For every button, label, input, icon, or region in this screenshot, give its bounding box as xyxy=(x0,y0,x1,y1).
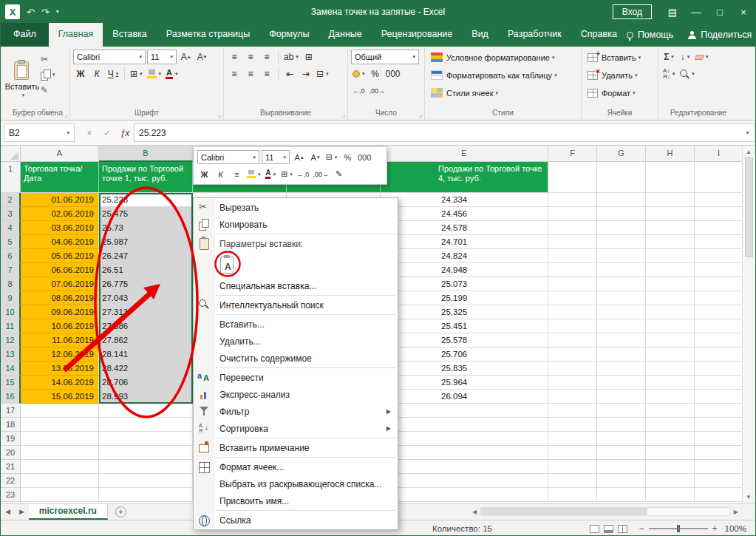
cell-E16[interactable]: 26.094 xyxy=(381,390,548,404)
cell-A11[interactable]: 10.06.2019 xyxy=(21,319,99,333)
cell-F6[interactable] xyxy=(548,249,597,263)
cell-G18[interactable] xyxy=(597,418,646,432)
cell-E21[interactable] xyxy=(381,460,548,474)
merge-center-button[interactable]: ⊟▾ xyxy=(315,67,330,81)
row-header-14[interactable]: 14 xyxy=(1,362,21,376)
add-sheet-button[interactable]: + xyxy=(115,503,126,520)
cell-E2[interactable]: 24.334 xyxy=(381,193,548,207)
cell-I14[interactable] xyxy=(695,362,743,376)
menu-item-delete-cells[interactable]: Удалить... xyxy=(194,333,398,350)
cell-H23[interactable] xyxy=(646,488,695,502)
cell-G17[interactable] xyxy=(597,404,646,418)
cell-F2[interactable] xyxy=(548,193,597,207)
row-header-15[interactable]: 15 xyxy=(1,376,21,390)
cell-A3[interactable]: 02.06.2019 xyxy=(21,207,99,221)
cell-G12[interactable] xyxy=(597,333,646,347)
cell-I13[interactable] xyxy=(695,347,743,362)
tab-Данные[interactable]: Данные xyxy=(319,23,372,47)
cell-styles-button[interactable]: Стили ячеек▾ xyxy=(428,85,578,101)
row-header-3[interactable]: 3 xyxy=(1,207,21,221)
dialog-launcher-icon[interactable]: ⌟ xyxy=(342,112,345,118)
cell-I7[interactable] xyxy=(695,263,743,277)
column-header-B[interactable]: B xyxy=(99,146,193,162)
select-all-corner[interactable] xyxy=(1,146,21,162)
cell-E10[interactable]: 25.325 xyxy=(381,305,548,319)
cancel-icon[interactable]: × xyxy=(81,123,98,142)
cell-I12[interactable] xyxy=(695,333,743,347)
cell-A15[interactable]: 14.06.2019 xyxy=(21,376,99,390)
cell-E14[interactable]: 25.835 xyxy=(381,362,548,376)
row-header-21[interactable]: 21 xyxy=(1,460,21,474)
autosum-button[interactable]: Σ▾ xyxy=(661,50,676,64)
row-header-17[interactable]: 17 xyxy=(1,404,21,418)
mini-font-size-select[interactable]: 11▾ xyxy=(262,150,290,164)
cell-G13[interactable] xyxy=(597,347,646,362)
menu-item-translate[interactable]: Перевести xyxy=(194,369,398,386)
cell-F16[interactable] xyxy=(548,390,597,404)
vscroll-thumb[interactable] xyxy=(745,157,753,257)
minimize-button[interactable]: — xyxy=(684,1,708,23)
cell-H1[interactable] xyxy=(646,162,695,193)
cell-G5[interactable] xyxy=(597,235,646,249)
cell-B3[interactable]: 25.475 xyxy=(99,207,193,221)
cell-B15[interactable]: 28.706 xyxy=(99,376,193,390)
row-header-13[interactable]: 13 xyxy=(1,347,21,362)
cell-I2[interactable] xyxy=(695,193,743,207)
scroll-up-icon[interactable]: ▲ xyxy=(743,146,755,157)
cell-E18[interactable] xyxy=(381,418,548,432)
excel-app-icon[interactable]: X xyxy=(5,4,20,19)
redo-icon[interactable]: ↷ xyxy=(41,7,50,17)
cell-B7[interactable]: 26.51 xyxy=(99,263,193,277)
cell-I4[interactable] xyxy=(695,221,743,235)
cell-H11[interactable] xyxy=(646,319,695,333)
row-header-7[interactable]: 7 xyxy=(1,263,21,277)
paste-values-icon[interactable]: А xyxy=(219,255,236,275)
tab-Справка[interactable]: Справка xyxy=(571,23,627,47)
format-as-table-button[interactable]: Форматировать как таблицу▾ xyxy=(428,67,578,83)
column-header-F[interactable]: F xyxy=(548,146,597,162)
mini-bold-button[interactable]: Ж xyxy=(197,167,211,181)
cell-H7[interactable] xyxy=(646,263,695,277)
cell-A10[interactable]: 09.06.2019 xyxy=(21,305,99,319)
cell-G3[interactable] xyxy=(597,207,646,221)
row-header-18[interactable]: 18 xyxy=(1,418,21,432)
cell-I8[interactable] xyxy=(695,277,743,291)
align-left-button[interactable]: ≡ xyxy=(227,67,242,81)
insert-cells-button[interactable]: Вставить▾ xyxy=(585,50,655,65)
cell-G14[interactable] xyxy=(597,362,646,376)
mini-thousands-button[interactable]: 000 xyxy=(357,150,372,164)
cell-B14[interactable]: 28.422 xyxy=(99,362,193,376)
mini-align-button[interactable]: ≡ xyxy=(230,167,244,181)
font-name-select[interactable]: Calibri▾ xyxy=(73,50,146,64)
currency-button[interactable]: ▾ xyxy=(351,67,367,81)
tab-Разметка страницы[interactable]: Разметка страницы xyxy=(157,23,259,47)
cell-H5[interactable] xyxy=(646,235,695,249)
cell-I18[interactable] xyxy=(695,418,743,432)
cell-H14[interactable] xyxy=(646,362,695,376)
cell-E15[interactable]: 25.964 xyxy=(381,376,548,390)
horizontal-scrollbar[interactable]: ◀ ▶ xyxy=(469,503,755,520)
dialog-launcher-icon[interactable]: ⌟ xyxy=(64,112,67,118)
align-right-button[interactable]: ≡ xyxy=(259,67,274,81)
fill-button[interactable]: ↓▾ xyxy=(678,50,692,64)
cell-H9[interactable] xyxy=(646,291,695,305)
cell-I19[interactable] xyxy=(695,432,743,446)
vertical-scrollbar[interactable]: ▲ ▼ xyxy=(742,146,755,503)
menu-item-paste-special[interactable]: Специальная вставка... xyxy=(194,277,398,294)
cell-A13[interactable]: 12.06.2019 xyxy=(21,347,99,362)
cell-H17[interactable] xyxy=(646,404,695,418)
cell-G20[interactable] xyxy=(597,446,646,460)
format-button[interactable]: Формат▾ xyxy=(585,85,655,101)
cell-G15[interactable] xyxy=(597,376,646,390)
cell-F12[interactable] xyxy=(548,333,597,347)
fill-color-button[interactable]: ▾ xyxy=(146,67,163,81)
cell-A12[interactable]: 11.06.2019 xyxy=(21,333,99,347)
undo-icon[interactable]: ↶ xyxy=(27,7,35,17)
decrease-decimal-button[interactable]: ,00→ xyxy=(368,84,387,98)
dialog-launcher-icon[interactable]: ⌟ xyxy=(419,112,422,118)
menu-item-pick-from-list[interactable]: Выбрать из раскрывающегося списка... xyxy=(194,475,398,492)
cell-B18[interactable] xyxy=(99,418,193,432)
align-center-button[interactable]: ≡ xyxy=(243,67,258,81)
column-header-I[interactable]: I xyxy=(695,146,743,162)
cell-G1[interactable] xyxy=(597,162,646,193)
